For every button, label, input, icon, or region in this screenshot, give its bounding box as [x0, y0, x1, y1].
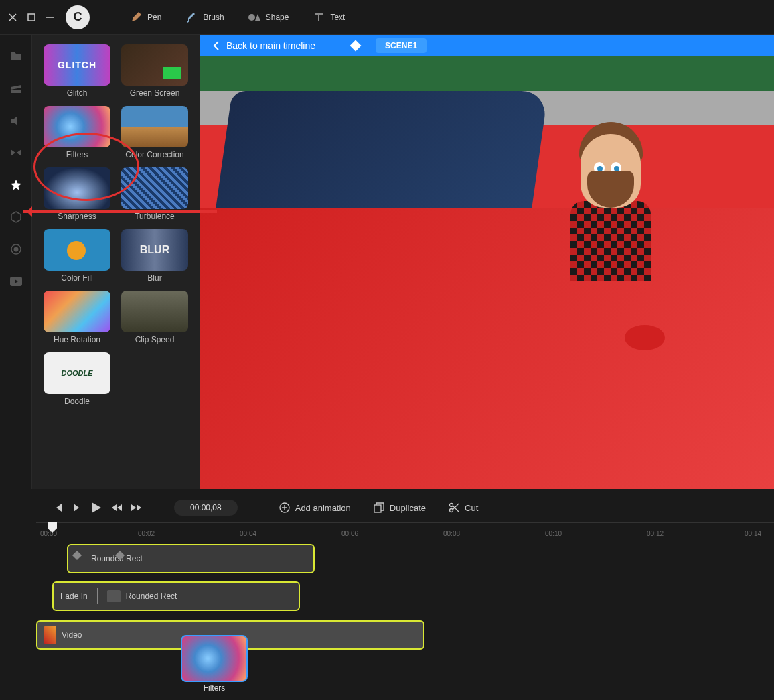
shape-icon	[248, 11, 260, 23]
effect-thumbnail	[44, 291, 110, 332]
back-arrow-icon	[213, 41, 220, 50]
youtube-icon[interactable]	[9, 275, 23, 288]
effect-label: Doodle	[64, 397, 90, 406]
titlebar: C Pen Brush Shape Text	[0, 0, 774, 35]
effect-green-screen[interactable]: Green Screen	[121, 44, 189, 98]
effect-label: Blur	[147, 273, 161, 283]
back-to-timeline-button[interactable]: Back to main timeline	[213, 40, 315, 51]
effect-thumbnail	[44, 229, 110, 271]
play-button[interactable]	[91, 502, 102, 514]
tick-label: 00:10	[545, 530, 562, 537]
cut-button[interactable]: Cut	[449, 502, 478, 513]
tick-label: 00:06	[341, 530, 358, 537]
pen-label: Pen	[147, 13, 161, 22]
timeline-ruler[interactable]: 00:00 00:02 00:04 00:06 00:08 00:10 00:1…	[36, 522, 774, 541]
fast-forward-button[interactable]	[131, 504, 142, 512]
playhead-line	[52, 533, 52, 693]
keyframe-diamond-icon[interactable]	[350, 40, 362, 52]
effect-thumbnail	[121, 106, 188, 147]
clip-thumbnail	[44, 626, 56, 644]
keyframe-icon[interactable]	[72, 551, 82, 560]
maximize-icon[interactable]	[27, 13, 36, 22]
effect-filters[interactable]: Filters	[43, 106, 111, 159]
effect-color-fill[interactable]: Color Fill	[43, 229, 111, 283]
folder-icon[interactable]	[9, 50, 23, 63]
close-icon[interactable]	[8, 13, 17, 22]
track-clip-rounded-rect-1[interactable]: Rounded Rect	[67, 544, 315, 573]
clapper-icon[interactable]	[9, 82, 23, 95]
effect-sharpness[interactable]: Sharpness	[43, 167, 111, 221]
record-icon[interactable]	[9, 242, 23, 256]
tick-label: 00:02	[138, 530, 155, 537]
effect-clip-speed[interactable]: Clip Speed	[121, 291, 189, 344]
draw-tools: Pen Brush Shape Text	[130, 11, 345, 23]
svg-point-4	[13, 247, 18, 252]
add-animation-button[interactable]: Add animation	[279, 502, 351, 513]
tick-label: 00:08	[443, 530, 460, 537]
shape-label: Shape	[266, 13, 289, 22]
track-clip-rounded-rect-2[interactable]: Fade In Rounded Rect	[52, 581, 300, 611]
effect-doodle[interactable]: DOODLE Doodle	[43, 352, 111, 406]
clip-label: Video	[62, 630, 82, 640]
svg-rect-7	[374, 505, 381, 512]
duplicate-icon	[374, 502, 384, 513]
brush-tool[interactable]: Brush	[185, 11, 224, 23]
effect-thumbnail	[121, 291, 188, 332]
effect-thumbnail: DOODLE	[44, 352, 110, 394]
speaker-icon[interactable]	[9, 114, 23, 127]
fade-in-label: Fade In	[60, 591, 88, 601]
skip-forward-button[interactable]	[72, 503, 82, 512]
cut-label: Cut	[465, 503, 478, 513]
brush-icon	[185, 11, 198, 23]
effect-color-correction[interactable]: Color Correction	[121, 106, 189, 159]
playback-controls	[54, 502, 142, 514]
effect-label: Color Fill	[61, 273, 92, 283]
tick-label: 00:00	[40, 530, 57, 537]
playback-bar: 00:00,08 Add animation Duplicate Cut	[0, 493, 774, 522]
duplicate-label: Duplicate	[390, 503, 426, 513]
effect-label: Turbulence	[135, 212, 175, 221]
effect-thumbnail: BLUR	[121, 229, 188, 271]
preview-character	[567, 134, 728, 394]
effect-label: Green Screen	[130, 88, 180, 98]
drag-preview-filters[interactable]: Filters	[181, 635, 248, 682]
skip-back-button[interactable]	[54, 503, 63, 512]
clip-label: Rounded Rect	[126, 591, 177, 601]
window-controls	[8, 13, 55, 22]
scissors-icon	[449, 502, 459, 513]
star-icon[interactable]	[9, 178, 23, 192]
pen-tool[interactable]: Pen	[130, 11, 161, 23]
effect-glitch[interactable]: GLITCH Glitch	[43, 44, 111, 98]
effects-grid: GLITCH Glitch Green Screen Filters Color…	[43, 44, 189, 406]
tick-label: 00:04	[240, 530, 256, 537]
scene-bar: Back to main timeline SCENE1	[200, 35, 774, 56]
drag-preview-label: Filters	[182, 683, 246, 693]
effect-blur[interactable]: BLUR Blur	[121, 229, 189, 283]
effect-thumbnail	[121, 167, 188, 209]
effect-hue-rotation[interactable]: Hue Rotation	[43, 291, 111, 344]
rewind-button[interactable]	[111, 504, 122, 512]
svg-rect-0	[28, 14, 35, 21]
app-logo[interactable]: C	[66, 5, 90, 29]
effect-label: Color Correction	[125, 150, 183, 159]
timeline-area: 00:00,08 Add animation Duplicate Cut 00:…	[0, 489, 774, 541]
effect-label: Clip Speed	[135, 335, 175, 344]
preview-area: Back to main timeline SCENE1	[200, 35, 774, 489]
text-icon	[313, 11, 325, 23]
pen-icon	[130, 11, 142, 23]
text-tool[interactable]: Text	[313, 11, 345, 23]
shape-tool[interactable]: Shape	[248, 11, 289, 23]
effect-thumbnail	[44, 106, 110, 147]
duplicate-button[interactable]: Duplicate	[374, 502, 426, 513]
scene-name-tag[interactable]: SCENE1	[376, 38, 427, 53]
video-preview[interactable]	[200, 56, 774, 489]
main-content: GLITCH Glitch Green Screen Filters Color…	[0, 35, 774, 489]
transition-icon[interactable]	[9, 146, 23, 159]
effect-turbulence[interactable]: Turbulence	[121, 167, 189, 221]
time-display[interactable]: 00:00,08	[174, 500, 238, 516]
add-animation-label: Add animation	[295, 503, 351, 513]
hexagon-icon[interactable]	[9, 210, 23, 224]
clip-divider	[97, 588, 98, 604]
plus-circle-icon	[279, 502, 290, 513]
minimize-icon[interactable]	[46, 13, 55, 22]
